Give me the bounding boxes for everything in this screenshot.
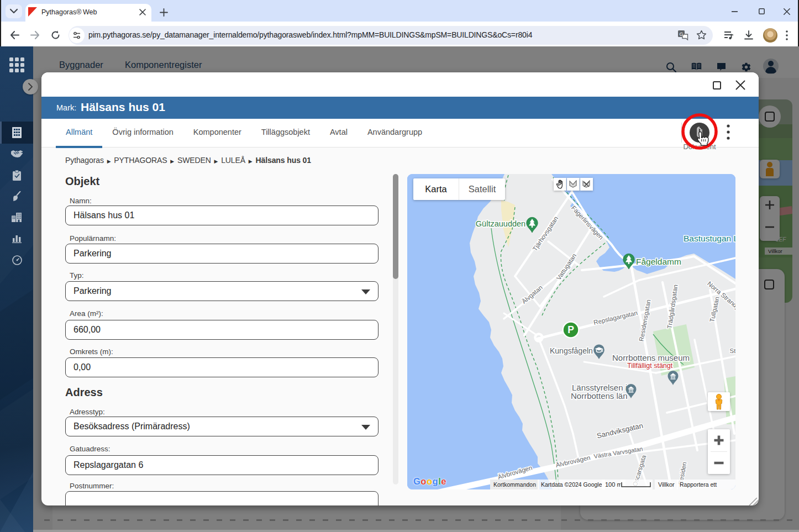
svg-text:Kungsfågeln: Kungsfågeln — [550, 346, 593, 355]
svg-text:Tillfälligt stängt: Tillfälligt stängt — [627, 362, 673, 370]
svg-text:Bastustugan Lu: Bastustugan Lu — [684, 234, 735, 243]
svg-text:Norrbottens län: Norrbottens län — [571, 391, 628, 401]
svg-text:G: G — [679, 31, 683, 37]
svg-text:Norrbottens museum: Norrbottens museum — [612, 353, 690, 362]
svg-text:St: St — [730, 347, 735, 354]
svg-text:Fågeldamm: Fågeldamm — [636, 257, 681, 266]
svg-text:P: P — [567, 324, 574, 335]
svg-text:Gültzauudden: Gültzauudden — [476, 219, 525, 228]
